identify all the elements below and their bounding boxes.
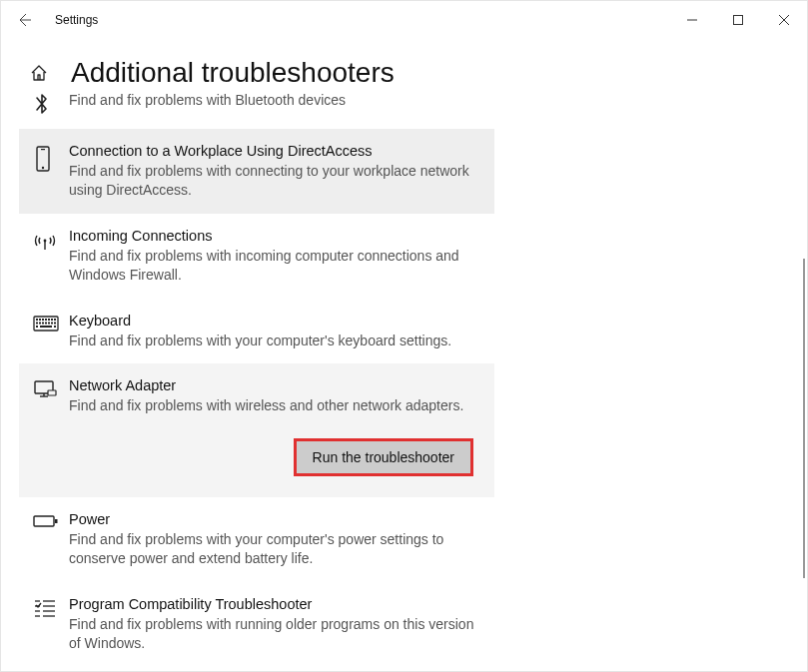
home-button[interactable] [29, 63, 49, 83]
svg-rect-13 [54, 319, 56, 321]
svg-rect-9 [42, 319, 44, 321]
svg-rect-27 [48, 390, 56, 395]
item-title: Keyboard [69, 313, 474, 329]
item-title: Power [69, 511, 474, 527]
item-title: Program Compatibility Troubleshooter [69, 596, 474, 612]
troubleshooter-incoming[interactable]: Incoming Connections Find and fix proble… [19, 214, 494, 299]
titlebar: Settings [1, 1, 807, 39]
svg-rect-0 [734, 16, 743, 25]
page-title: Additional troubleshooters [71, 57, 395, 89]
svg-rect-10 [45, 319, 47, 321]
item-title: Network Adapter [69, 377, 474, 393]
svg-rect-22 [40, 326, 52, 328]
troubleshooter-keyboard[interactable]: Keyboard Find and fix problems with your… [19, 299, 494, 364]
svg-rect-23 [54, 326, 56, 328]
signal-icon [33, 230, 57, 252]
svg-rect-21 [36, 326, 38, 328]
scrollbar[interactable] [803, 259, 805, 578]
phone-icon [33, 145, 53, 173]
svg-rect-11 [48, 319, 50, 321]
window-title: Settings [55, 13, 669, 27]
svg-rect-18 [48, 322, 50, 324]
troubleshooter-compat[interactable]: Program Compatibility Troubleshooter Fin… [19, 582, 494, 667]
svg-point-3 [42, 167, 44, 169]
svg-rect-16 [42, 322, 44, 324]
svg-rect-8 [39, 319, 41, 321]
list-check-icon [33, 598, 57, 618]
page-header: Additional troubleshooters [1, 39, 807, 95]
bluetooth-icon [33, 93, 51, 115]
run-troubleshooter-button[interactable]: Run the troubleshooter [295, 439, 472, 475]
item-desc: Find and fix problems with connecting to… [69, 162, 474, 200]
svg-rect-29 [55, 519, 58, 523]
battery-icon [33, 513, 59, 529]
back-button[interactable] [15, 11, 33, 29]
svg-rect-28 [34, 516, 54, 526]
item-desc: Find and fix problems with incoming comp… [69, 247, 474, 285]
troubleshooter-directaccess[interactable]: Connection to a Workplace Using DirectAc… [19, 129, 494, 214]
troubleshooter-power[interactable]: Power Find and fix problems with your co… [19, 497, 494, 582]
item-desc: Find and fix problems with your computer… [69, 332, 474, 350]
svg-rect-2 [41, 149, 45, 150]
troubleshooter-bluetooth[interactable]: Bluetooth Find and fix problems with Blu… [19, 89, 494, 129]
arrow-left-icon [16, 12, 32, 28]
troubleshooter-network-adapter[interactable]: Network Adapter Find and fix problems wi… [19, 363, 494, 497]
item-desc: Find and fix problems with running older… [69, 615, 474, 653]
svg-rect-12 [51, 319, 53, 321]
item-desc: Find and fix problems with wireless and … [69, 396, 474, 415]
minimize-button[interactable] [669, 1, 715, 39]
maximize-button[interactable] [715, 1, 761, 39]
item-title: Incoming Connections [69, 228, 474, 244]
keyboard-icon [33, 315, 59, 333]
troubleshooter-list: Bluetooth Find and fix problems with Blu… [19, 89, 494, 672]
svg-rect-14 [36, 322, 38, 324]
svg-rect-15 [39, 322, 41, 324]
svg-rect-20 [54, 322, 56, 324]
monitor-icon [33, 379, 57, 401]
item-title: Connection to a Workplace Using DirectAc… [69, 143, 474, 159]
item-desc: Find and fix problems with Bluetooth dev… [69, 91, 474, 110]
window-controls [669, 1, 807, 39]
svg-rect-7 [36, 319, 38, 321]
svg-rect-19 [51, 322, 53, 324]
home-icon [29, 63, 49, 83]
svg-rect-17 [45, 322, 47, 324]
item-desc: Find and fix problems with your computer… [69, 530, 474, 568]
troubleshooter-recording-audio[interactable]: Recording Audio Find and fix problems wi… [19, 667, 494, 672]
close-button[interactable] [761, 1, 807, 39]
